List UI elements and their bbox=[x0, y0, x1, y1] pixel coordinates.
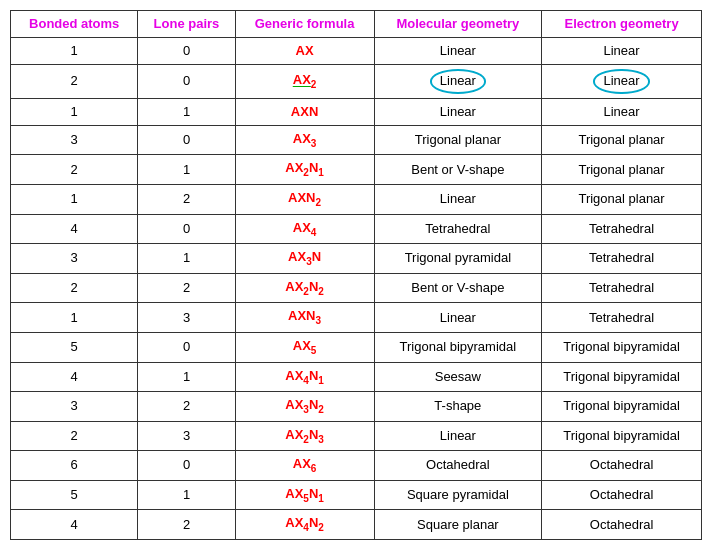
molecular-geometry-cell: Square pyramidal bbox=[374, 480, 542, 510]
lone-pairs-cell: 2 bbox=[138, 273, 235, 303]
electron-geometry-cell: Tetrahedral bbox=[542, 214, 702, 244]
lone-pairs-cell: 1 bbox=[138, 244, 235, 274]
table-row: 21AX2N1Bent or V-shapeTrigonal planar bbox=[11, 155, 702, 185]
bonded-atoms-cell: 1 bbox=[11, 184, 138, 214]
formula-cell: AX3N bbox=[235, 244, 374, 274]
formula-cell: AX3N2 bbox=[235, 392, 374, 422]
col-molecular-geometry: Molecular geometry bbox=[374, 11, 542, 38]
electron-geometry-cell: Trigonal bipyramidal bbox=[542, 362, 702, 392]
header-row: Bonded atoms Lone pairs Generic formula … bbox=[11, 11, 702, 38]
table-row: 60AX6OctahedralOctahedral bbox=[11, 451, 702, 481]
lone-pairs-cell: 2 bbox=[138, 510, 235, 540]
molecular-geometry-cell: Trigonal bipyramidal bbox=[374, 332, 542, 362]
bonded-atoms-cell: 2 bbox=[11, 421, 138, 451]
formula-cell: AX2N2 bbox=[235, 273, 374, 303]
lone-pairs-cell: 0 bbox=[138, 125, 235, 155]
formula-cell: AX4N1 bbox=[235, 362, 374, 392]
table-row: 13AXN3LinearTetrahedral bbox=[11, 303, 702, 333]
lone-pairs-cell: 1 bbox=[138, 362, 235, 392]
formula-cell: AX5N1 bbox=[235, 480, 374, 510]
molecular-geometry-cell: Linear bbox=[374, 65, 542, 98]
formula-cell: AXN3 bbox=[235, 303, 374, 333]
lone-pairs-cell: 0 bbox=[138, 214, 235, 244]
table-row: 11AXNLinearLinear bbox=[11, 98, 702, 125]
molecular-geometry-cell: Bent or V-shape bbox=[374, 273, 542, 303]
electron-geometry-cell: Tetrahedral bbox=[542, 273, 702, 303]
col-generic-formula: Generic formula bbox=[235, 11, 374, 38]
table-row: 31AX3NTrigonal pyramidalTetrahedral bbox=[11, 244, 702, 274]
lone-pairs-cell: 0 bbox=[138, 38, 235, 65]
electron-geometry-cell: Linear bbox=[542, 38, 702, 65]
electron-geometry-cell: Tetrahedral bbox=[542, 244, 702, 274]
lone-pairs-cell: 1 bbox=[138, 98, 235, 125]
electron-geometry-cell: Linear bbox=[542, 65, 702, 98]
bonded-atoms-cell: 2 bbox=[11, 155, 138, 185]
table-row: 30AX3Trigonal planarTrigonal planar bbox=[11, 125, 702, 155]
table-row: 20AX2LinearLinear bbox=[11, 65, 702, 98]
lone-pairs-cell: 3 bbox=[138, 303, 235, 333]
bonded-atoms-cell: 1 bbox=[11, 98, 138, 125]
molecular-geometry-cell: Bent or V-shape bbox=[374, 155, 542, 185]
table-row: 41AX4N1SeesawTrigonal bipyramidal bbox=[11, 362, 702, 392]
bonded-atoms-cell: 3 bbox=[11, 392, 138, 422]
formula-cell: AXN2 bbox=[235, 184, 374, 214]
formula-cell: AX2N3 bbox=[235, 421, 374, 451]
electron-geometry-cell: Tetrahedral bbox=[542, 303, 702, 333]
table-row: 12AXN2LinearTrigonal planar bbox=[11, 184, 702, 214]
bonded-atoms-cell: 1 bbox=[11, 38, 138, 65]
molecular-geometry-cell: Seesaw bbox=[374, 362, 542, 392]
lone-pairs-cell: 3 bbox=[138, 421, 235, 451]
molecular-geometry-cell: Trigonal pyramidal bbox=[374, 244, 542, 274]
table-row: 32AX3N2T-shapeTrigonal bipyramidal bbox=[11, 392, 702, 422]
molecular-geometry-cell: Linear bbox=[374, 184, 542, 214]
bonded-atoms-cell: 2 bbox=[11, 273, 138, 303]
electron-geometry-cell: Trigonal bipyramidal bbox=[542, 332, 702, 362]
lone-pairs-cell: 0 bbox=[138, 332, 235, 362]
formula-cell: AXN bbox=[235, 98, 374, 125]
formula-cell: AX5 bbox=[235, 332, 374, 362]
table-row: 23AX2N3LinearTrigonal bipyramidal bbox=[11, 421, 702, 451]
vsepr-table: Bonded atoms Lone pairs Generic formula … bbox=[10, 10, 702, 540]
molecular-geometry-cell: Tetrahedral bbox=[374, 214, 542, 244]
bonded-atoms-cell: 3 bbox=[11, 244, 138, 274]
bonded-atoms-cell: 4 bbox=[11, 214, 138, 244]
lone-pairs-cell: 1 bbox=[138, 480, 235, 510]
electron-geometry-cell: Trigonal planar bbox=[542, 125, 702, 155]
lone-pairs-cell: 1 bbox=[138, 155, 235, 185]
bonded-atoms-cell: 5 bbox=[11, 332, 138, 362]
electron-geometry-cell: Octahedral bbox=[542, 480, 702, 510]
bonded-atoms-cell: 4 bbox=[11, 510, 138, 540]
molecular-geometry-cell: Square planar bbox=[374, 510, 542, 540]
molecular-geometry-cell: Linear bbox=[374, 421, 542, 451]
table-row: 22AX2N2Bent or V-shapeTetrahedral bbox=[11, 273, 702, 303]
electron-geometry-cell: Trigonal bipyramidal bbox=[542, 392, 702, 422]
molecular-geometry-cell: Octahedral bbox=[374, 451, 542, 481]
molecular-geometry-cell: Trigonal planar bbox=[374, 125, 542, 155]
bonded-atoms-cell: 5 bbox=[11, 480, 138, 510]
lone-pairs-cell: 0 bbox=[138, 451, 235, 481]
molecular-geometry-cell: T-shape bbox=[374, 392, 542, 422]
bonded-atoms-cell: 6 bbox=[11, 451, 138, 481]
formula-cell: AX4 bbox=[235, 214, 374, 244]
bonded-atoms-cell: 1 bbox=[11, 303, 138, 333]
formula-cell: AX3 bbox=[235, 125, 374, 155]
electron-geometry-cell: Octahedral bbox=[542, 451, 702, 481]
electron-geometry-cell: Trigonal planar bbox=[542, 184, 702, 214]
molecular-geometry-cell: Linear bbox=[374, 38, 542, 65]
molecular-geometry-cell: Linear bbox=[374, 98, 542, 125]
bonded-atoms-cell: 4 bbox=[11, 362, 138, 392]
table-row: 40AX4TetrahedralTetrahedral bbox=[11, 214, 702, 244]
formula-cell: AX bbox=[235, 38, 374, 65]
table-row: 51AX5N1Square pyramidalOctahedral bbox=[11, 480, 702, 510]
electron-geometry-cell: Octahedral bbox=[542, 510, 702, 540]
electron-geometry-cell: Trigonal bipyramidal bbox=[542, 421, 702, 451]
lone-pairs-cell: 2 bbox=[138, 392, 235, 422]
lone-pairs-cell: 0 bbox=[138, 65, 235, 98]
table-row: 10AXLinearLinear bbox=[11, 38, 702, 65]
electron-geometry-cell: Trigonal planar bbox=[542, 155, 702, 185]
col-bonded-atoms: Bonded atoms bbox=[11, 11, 138, 38]
formula-cell: AX4N2 bbox=[235, 510, 374, 540]
table-row: 50AX5Trigonal bipyramidalTrigonal bipyra… bbox=[11, 332, 702, 362]
formula-cell: AX2 bbox=[235, 65, 374, 98]
electron-geometry-cell: Linear bbox=[542, 98, 702, 125]
